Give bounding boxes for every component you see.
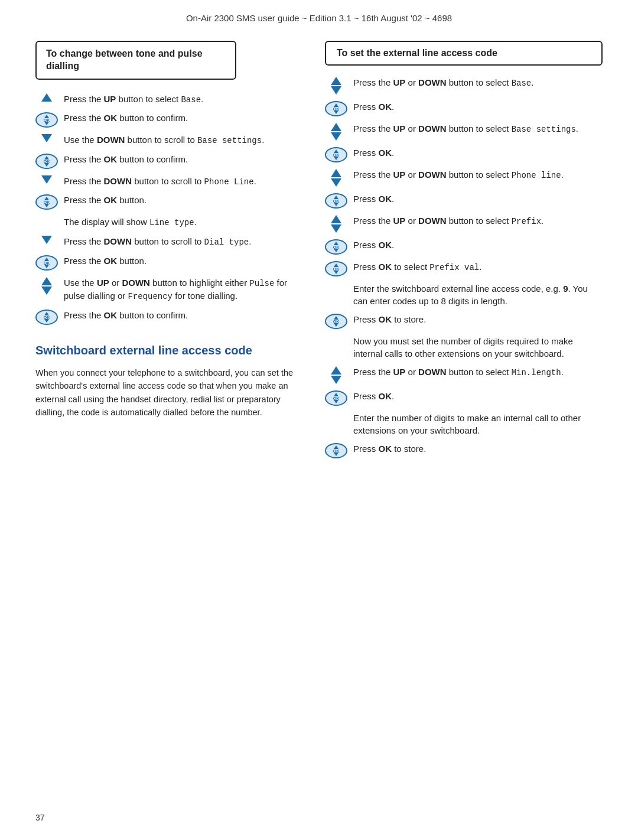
step-text: Press the UP or DOWN button to select Ph…: [353, 168, 603, 182]
ok-icon: OK: [325, 101, 347, 116]
step-text: Enter the number of digits to make an in…: [353, 412, 603, 437]
right-steps-list: Press the UP or DOWN button to select Ba…: [325, 76, 603, 458]
list-item: OK Press the OK button.: [35, 194, 307, 210]
left-box-title: To change between tone and pulse diallin…: [46, 48, 226, 73]
svg-text:OK: OK: [333, 245, 340, 249]
step-text: Press OK.: [353, 146, 603, 159]
list-item: OK Press OK.: [325, 193, 603, 209]
list-item: OK Press OK to select Prefix val.: [325, 261, 603, 276]
list-item: Enter the switchboard external line acce…: [325, 282, 603, 307]
step-text: Press OK.: [353, 193, 603, 205]
updown-icon: [35, 277, 58, 295]
list-item: Press the UP or DOWN button to select Ph…: [325, 168, 603, 187]
svg-text:OK: OK: [44, 315, 50, 320]
step-text: Press OK.: [353, 390, 603, 402]
list-item: OK Press the OK button to confirm.: [35, 153, 307, 169]
step-text: Press OK.: [353, 100, 603, 113]
step-text: Enter the switchboard external line acce…: [353, 282, 603, 307]
list-item: OK Press OK.: [325, 146, 603, 162]
list-item: Use the UP or DOWN button to highlight e…: [35, 276, 307, 303]
step-text: The display will show Line type.: [64, 216, 307, 229]
right-box-title: To set the external line access code: [337, 48, 591, 58]
list-item: OK Press OK to store.: [325, 313, 603, 329]
list-item: OK Press OK.: [325, 390, 603, 406]
list-item: The display will show Line type.: [35, 216, 307, 229]
page-number: 37: [35, 813, 45, 822]
step-text: Press the DOWN button to scroll to Phone…: [64, 175, 307, 188]
ok-icon: OK: [325, 261, 347, 276]
list-item: Enter the number of digits to make an in…: [325, 412, 603, 437]
svg-text:OK: OK: [333, 199, 340, 203]
step-text: Use the DOWN button to scroll to Base se…: [64, 134, 307, 147]
list-item: Press the UP or DOWN button to select Ba…: [325, 122, 603, 141]
left-steps-list: Press the UP button to select Base. OK P…: [35, 93, 307, 325]
list-item: Press the UP or DOWN button to select Pr…: [325, 214, 603, 233]
list-item: Press the DOWN button to scroll to Phone…: [35, 175, 307, 188]
ok-icon: OK: [35, 112, 58, 128]
list-item: OK Press OK.: [325, 100, 603, 116]
list-item: Press the UP or DOWN button to select Mi…: [325, 366, 603, 384]
step-text: Press the OK button to confirm.: [64, 112, 307, 124]
updown-icon: [325, 123, 347, 141]
ok-icon: OK: [325, 443, 347, 458]
step-text: Press the UP or DOWN button to select Mi…: [353, 366, 603, 379]
step-text: Press the DOWN button to scroll to Dial …: [64, 235, 307, 249]
svg-text:OK: OK: [44, 159, 50, 164]
step-text: Press the OK button to confirm.: [64, 309, 307, 321]
ok-icon: OK: [325, 239, 347, 255]
list-item: Press the UP button to select Base.: [35, 93, 307, 106]
updown-icon: [325, 215, 347, 233]
down-icon: [35, 134, 58, 142]
left-box-header: To change between tone and pulse diallin…: [35, 41, 236, 80]
ok-icon: OK: [325, 147, 347, 162]
step-text: Press OK.: [353, 239, 603, 251]
ok-icon: OK: [35, 154, 58, 169]
step-text: Press OK to store.: [353, 442, 603, 455]
step-text: Press the UP or DOWN button to select Pr…: [353, 214, 603, 228]
svg-text:OK: OK: [333, 396, 340, 401]
list-item: OK Press OK to store.: [325, 442, 603, 458]
step-text: Press the UP button to select Base.: [64, 93, 307, 106]
updown-icon: [325, 366, 347, 384]
updown-icon: [325, 77, 347, 95]
updown-icon: [325, 169, 347, 187]
list-item: OK Press the OK button.: [35, 255, 307, 271]
right-box-header: To set the external line access code: [325, 41, 603, 66]
step-text: Press the OK button.: [64, 255, 307, 267]
list-item: OK Press the OK button to confirm.: [35, 309, 307, 325]
ok-icon: OK: [325, 390, 347, 406]
ok-icon: OK: [35, 310, 58, 325]
step-text: Press the OK button.: [64, 194, 307, 206]
list-item: Press the UP or DOWN button to select Ba…: [325, 76, 603, 95]
step-text: Press OK to select Prefix val.: [353, 261, 603, 274]
section-body: When you connect your telephone to a swi…: [35, 366, 307, 419]
list-item: Now you must set the number of digits re…: [325, 335, 603, 360]
svg-text:OK: OK: [44, 118, 50, 122]
section-title: Switchboard external line access code: [35, 343, 307, 358]
up-icon: [35, 93, 58, 102]
left-column: To change between tone and pulse diallin…: [35, 41, 319, 419]
svg-text:OK: OK: [333, 449, 340, 453]
svg-text:OK: OK: [333, 153, 340, 157]
svg-text:OK: OK: [44, 200, 50, 204]
svg-text:OK: OK: [333, 107, 340, 111]
step-text: Press OK to store.: [353, 313, 603, 325]
ok-icon: OK: [325, 314, 347, 329]
page-header: On-Air 2300 SMS user guide ~ Edition 3.1…: [0, 0, 638, 41]
list-item: OK Press OK.: [325, 239, 603, 255]
ok-icon: OK: [35, 194, 58, 210]
step-text: Now you must set the number of digits re…: [353, 335, 603, 360]
list-item: Use the DOWN button to scroll to Base se…: [35, 134, 307, 147]
right-column: To set the external line access code Pre…: [319, 41, 603, 464]
svg-text:OK: OK: [333, 267, 340, 271]
list-item: OK Press the OK button to confirm.: [35, 112, 307, 128]
step-text: Press the OK button to confirm.: [64, 153, 307, 165]
step-text: Press the UP or DOWN button to select Ba…: [353, 76, 603, 90]
step-text: Use the UP or DOWN button to highlight e…: [64, 276, 307, 303]
ok-icon: OK: [325, 193, 347, 209]
svg-text:OK: OK: [333, 320, 340, 324]
ok-icon: OK: [35, 255, 58, 271]
down-icon: [35, 236, 58, 244]
step-text: Press the UP or DOWN button to select Ba…: [353, 122, 603, 136]
list-item: Press the DOWN button to scroll to Dial …: [35, 235, 307, 249]
